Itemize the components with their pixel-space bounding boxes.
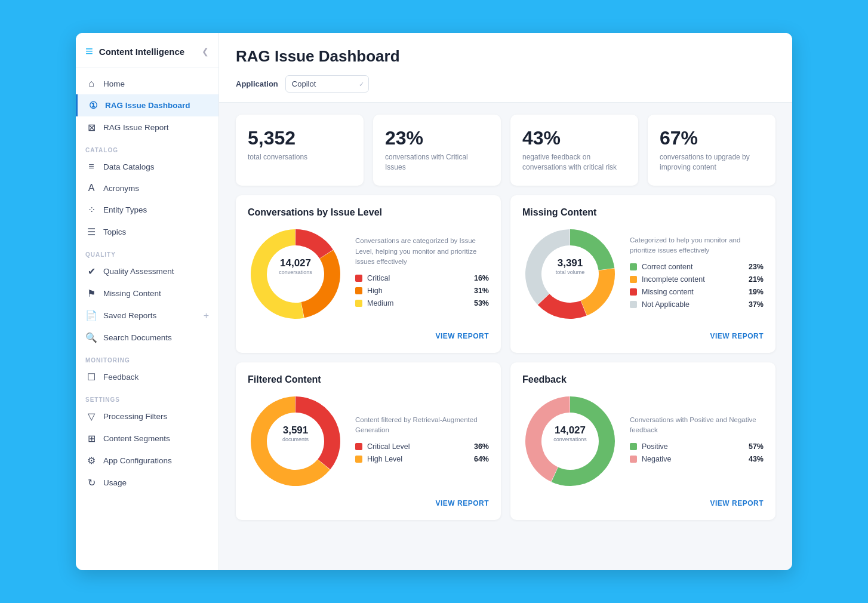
feedback-icon: ☐ (85, 371, 97, 383)
chart-footer-feedback: VIEW REPORT (522, 497, 764, 508)
legend-pct-filtered-content-1: 64% (474, 455, 489, 463)
legend-label-missing-content-2: Missing content (642, 288, 694, 296)
topics-label: Topics (103, 227, 126, 236)
legend-label-feedback-1: Negative (642, 455, 671, 463)
legend-dot-conversations-by-issue-2 (355, 300, 362, 307)
sidebar-item-topics[interactable]: ☰Topics (76, 221, 218, 243)
sidebar-collapse-button[interactable]: ❮ (202, 47, 209, 56)
legend-pct-feedback-0: 57% (749, 442, 764, 451)
legend-dot-missing-content-0 (630, 263, 637, 270)
chart-desc-conversations-by-issue: Conversations are categorized by Issue L… (355, 236, 489, 267)
kpi-value-0: 5,352 (248, 128, 352, 149)
sidebar: ≡ Content Intelligence ❮ ⌂Home①RAG Issue… (76, 33, 219, 570)
data-catalogs-label: Data Catalogs (103, 162, 155, 171)
legend-item-feedback-1: Negative43% (630, 455, 764, 463)
kpi-value-2: 43% (522, 128, 626, 149)
chart-card-conversations-by-issue: Conversations by Issue Level14,027conver… (236, 195, 501, 353)
feedback-label: Feedback (103, 373, 138, 382)
kpi-label-1: conversations with Critical Issues (385, 152, 489, 173)
legend-dot-filtered-content-1 (355, 456, 362, 463)
sidebar-item-rag-report[interactable]: ⊠RAG Issue Report (76, 116, 218, 139)
chart-card-filtered-content: Filtered Content3,591documentsContent fi… (236, 362, 501, 520)
chart-card-feedback: Feedback14,027conversationsConversations… (510, 362, 775, 520)
chart-card-missing-content: Missing Content3,391total volumeCategori… (510, 195, 775, 353)
donut-center-value-feedback: 14,027 (540, 424, 600, 436)
view-report-button-filtered-content[interactable]: VIEW REPORT (435, 499, 489, 507)
sidebar-item-acronyms[interactable]: AAcronyms (76, 177, 218, 199)
usage-label: Usage (103, 478, 127, 487)
legend-label-feedback-0: Positive (642, 442, 668, 451)
sidebar-item-usage[interactable]: ↻Usage (76, 472, 218, 494)
kpi-value-3: 67% (660, 128, 764, 149)
search-documents-label: Search Documents (103, 333, 172, 342)
legend-dot-missing-content-1 (630, 276, 637, 283)
legend-item-conversations-by-issue-1: High31% (355, 287, 489, 295)
entity-types-label: Entity Types (103, 205, 147, 214)
kpi-card-1: 23%conversations with Critical Issues (373, 115, 501, 186)
donut-segment-1-2 (538, 294, 587, 319)
main-header: RAG Issue Dashboard Application CopilotO… (219, 33, 792, 103)
search-documents-icon: 🔍 (85, 332, 97, 343)
legend-label-conversations-by-issue-0: Critical (367, 274, 390, 282)
entity-types-icon: ⁘ (85, 204, 97, 216)
legend-label-missing-content-3: Not Applicable (642, 300, 690, 309)
chart-body-missing-content: 3,391total volumeCategorized to help you… (522, 226, 764, 322)
view-report-button-conversations-by-issue[interactable]: VIEW REPORT (435, 332, 489, 340)
section-label-quality: QUALITY (76, 243, 218, 260)
filter-row: Application CopilotOther (236, 75, 775, 102)
sidebar-item-entity-types[interactable]: ⁘Entity Types (76, 199, 218, 221)
legend-item-conversations-by-issue-2: Medium53% (355, 299, 489, 307)
sidebar-item-quality-assessment[interactable]: ✔Quality Assessment (76, 260, 218, 282)
legend-pct-missing-content-0: 23% (749, 263, 764, 271)
section-label-catalog: CATALOG (76, 139, 218, 156)
chart-body-conversations-by-issue: 14,027conversationsConversations are cat… (248, 226, 489, 322)
legend-pct-missing-content-1: 21% (749, 275, 764, 284)
view-report-button-feedback[interactable]: VIEW REPORT (710, 499, 764, 507)
legend-item-missing-content-3: Not Applicable37% (630, 300, 764, 309)
acronyms-icon: A (85, 183, 97, 193)
donut-chart-missing-content: 3,391total volume (522, 226, 618, 322)
saved-reports-add-button[interactable]: + (204, 310, 209, 321)
chart-footer-missing-content: VIEW REPORT (522, 330, 764, 341)
rag-dashboard-icon: ① (87, 100, 99, 111)
content-segments-icon: ⊞ (85, 433, 97, 444)
application-select[interactable]: CopilotOther (285, 75, 369, 93)
legend-label-filtered-content-0: Critical Level (367, 442, 410, 451)
sidebar-item-missing-content[interactable]: ⚑Missing Content (76, 282, 218, 304)
sidebar-item-processing-filters[interactable]: ▽Processing Filters (76, 405, 218, 427)
saved-reports-icon: 📄 (85, 310, 97, 321)
chart-legend-missing-content: Categorized to help you monitor and prio… (630, 235, 764, 313)
sidebar-item-content-segments[interactable]: ⊞Content Segments (76, 427, 218, 450)
kpi-label-2: negative feedback on conversations with … (522, 152, 626, 173)
legend-label-missing-content-0: Correct content (642, 263, 692, 271)
rag-dashboard-label: RAG Issue Dashboard (105, 101, 190, 110)
kpi-label-0: total conversations (248, 152, 352, 162)
kpi-card-3: 67%conversations to upgrade by improving… (648, 115, 775, 186)
legend-item-missing-content-2: Missing content19% (630, 288, 764, 296)
filter-label: Application (236, 79, 278, 88)
legend-dot-missing-content-3 (630, 301, 637, 308)
donut-center-value-conversations-by-issue: 14,027 (266, 257, 325, 269)
sidebar-item-feedback[interactable]: ☐Feedback (76, 366, 218, 388)
view-report-button-missing-content[interactable]: VIEW REPORT (710, 332, 764, 340)
legend-label-conversations-by-issue-2: Medium (367, 299, 393, 307)
processing-filters-label: Processing Filters (103, 412, 167, 421)
page-title: RAG Issue Dashboard (236, 47, 775, 66)
chart-desc-feedback: Conversations with Positive and Negative… (630, 415, 764, 436)
app-configurations-label: App Configurations (103, 456, 172, 465)
donut-chart-conversations-by-issue: 14,027conversations (248, 226, 343, 322)
sidebar-item-app-configurations[interactable]: ⚙App Configurations (76, 450, 218, 472)
rag-report-icon: ⊠ (85, 122, 97, 133)
legend-pct-conversations-by-issue-2: 53% (474, 299, 489, 307)
sidebar-item-saved-reports[interactable]: 📄Saved Reports+ (76, 304, 218, 327)
sidebar-item-data-catalogs[interactable]: ≡Data Catalogs (76, 156, 218, 177)
main-content: RAG Issue Dashboard Application CopilotO… (219, 33, 792, 570)
sidebar-item-rag-dashboard[interactable]: ①RAG Issue Dashboard (76, 94, 218, 116)
legend-label-conversations-by-issue-1: High (367, 287, 383, 295)
legend-pct-conversations-by-issue-0: 16% (474, 274, 489, 282)
sidebar-item-search-documents[interactable]: 🔍Search Documents (76, 327, 218, 349)
sidebar-item-home[interactable]: ⌂Home (76, 73, 218, 94)
legend-pct-missing-content-3: 37% (749, 300, 764, 309)
missing-content-label: Missing Content (103, 289, 161, 298)
donut-center-label-conversations-by-issue: conversations (266, 269, 325, 275)
